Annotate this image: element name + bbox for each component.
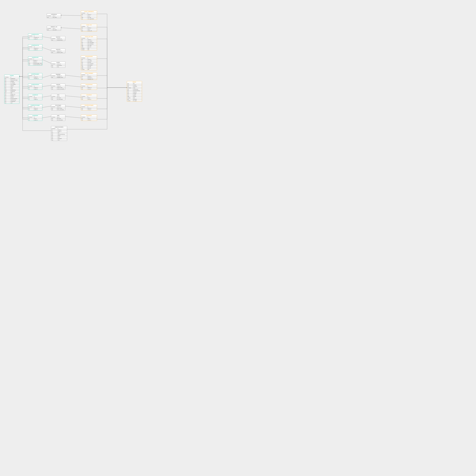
table-row: intprojekt_id	[28, 119, 42, 121]
entity-columns: PK/NN/intidtextconsul_idintcert_iddatece…	[81, 12, 97, 19]
table-row: textskill_id	[81, 118, 97, 119]
entity-title: databank_role	[47, 26, 61, 28]
entity-columns: PK/NN/intidtextconsul_idintwork_stationt…	[81, 37, 97, 50]
table-row: PK/NN/intid	[81, 117, 97, 118]
table-row: dateprojektanfang	[4, 89, 19, 91]
entity-consultechnologies: consultechnologiesPK/NN/intidtexttechno_…	[81, 104, 97, 110]
entity-columns: PK/NN/intidintkunden_idintprojekt_idtext…	[28, 58, 42, 65]
entity-columns: PK/NN/intidintbranchen_idintprojekt_id	[28, 35, 42, 39]
table-row: textwork_description	[81, 42, 97, 43]
entity-title: technologies	[51, 104, 65, 106]
table-row: booleanfull_rights	[127, 100, 142, 102]
table-row: textmobilnummer	[127, 89, 142, 90]
entity-title: kunden	[51, 62, 65, 63]
entity-columns: PK/NN/intidtextskill_idtextconsul_id	[81, 116, 97, 121]
entity-kunden: kundenPK/NN/intkunden_idtextkundennameKe…	[51, 62, 65, 68]
entity-languages: languagesPK/NN/intlanguage_idtextlanguag…	[51, 73, 65, 78]
entity-keywords: keywordsPK/NN/intkeyword_idtextkeyword_n…	[51, 49, 65, 53]
table-row: intprojekt_id	[28, 109, 42, 110]
entity-columns: PK/NN/inttool_idtexttool_nametexttool_de…	[51, 96, 65, 100]
entity-title: consul_certifications	[81, 11, 97, 12]
entity-title: consulmethods	[81, 84, 97, 85]
table-row: intedu_station	[81, 60, 97, 62]
entity-columns: PK/NN/intkeyword_idtextkeyword_name	[51, 50, 65, 53]
table-row: textkunde	[4, 86, 19, 88]
entity-title: skills	[51, 115, 65, 116]
table-row: PK/NN/intid	[28, 75, 42, 76]
table-row: PK/NN/intid	[51, 128, 67, 129]
table-row: textcert_name	[47, 17, 61, 18]
table-row: intskill_id	[28, 118, 42, 119]
entity-projekttools: projekttoolsPK/NN/intidinttool_idintproj…	[28, 94, 42, 100]
table-row: textziele	[4, 92, 19, 94]
table-row: PK/NN/intmethod_id	[51, 85, 65, 87]
table-row: textstatus	[4, 88, 19, 89]
table-row: textcode	[4, 102, 19, 104]
table-row: PK/NN/intskill_id	[51, 117, 65, 118]
table-row: textkurzbeschreibung	[127, 90, 142, 91]
table-row: intcert_id	[81, 15, 97, 17]
entity-consul_languages: consul_languagesPK/NN/intidtextconsul_id…	[81, 72, 97, 80]
table-row: textmethod_id	[81, 87, 97, 88]
table-row: textschlagwörter	[4, 101, 19, 102]
table-row: textconsul_id	[81, 99, 97, 100]
table-row: textlanguage_name	[51, 77, 65, 78]
entity-branchen: branchenPK/NN/intbranchen_idtextbranchen…	[51, 36, 65, 41]
table-row: dateedu_end	[81, 67, 97, 69]
table-row: textedu_diploma	[81, 65, 97, 66]
table-row: textkundenmanager_name	[28, 63, 42, 64]
table-row: booleanaktiv	[81, 48, 97, 49]
table-row: PK/NN/introle_id	[47, 28, 61, 29]
entity-projektskills: projektskillsPK/NN/intidintskill_idintpr…	[28, 115, 42, 121]
entity-projektkeywords: projektkeywordsPK/NN/intidintkeyword_idi…	[28, 44, 42, 51]
table-row: textconsul_id	[81, 59, 97, 60]
table-row: PK/NN/intid	[81, 57, 97, 59]
entity-columns: PK/NN/intidtextconsul_idintedu_stationte…	[81, 57, 97, 70]
entity-columns: PK/NN/intidtextprojektnametextherausford…	[4, 76, 19, 103]
entity-consul_prof_back: consul_prof_backPK/NN/intidtextconsul_id…	[81, 36, 97, 51]
table-row: PK/NN/intcert_id	[47, 15, 61, 17]
entity-title: projektmethoden	[28, 84, 42, 85]
entity-title: methods	[51, 84, 65, 85]
entity-columns: texttiteltextvornametextnachnamePK/NN/in…	[127, 83, 142, 102]
table-row: datebirthday	[127, 96, 142, 97]
entity-columns: PK/NN/intidintconsul_idintprojekt_idtext…	[51, 128, 67, 141]
table-row: PK/NN/intkeyword_id	[51, 50, 65, 52]
table-row: textlv_manager	[4, 82, 19, 84]
entity-berater: BeratertexttiteltextvornametextnachnameP…	[127, 81, 142, 102]
table-row: intprojekt_id	[28, 38, 42, 40]
table-row: textrolle	[51, 132, 67, 134]
table-row: PK/NN/intid	[81, 74, 97, 76]
entity-title: projektkeywords	[28, 45, 42, 46]
table-row: textbranchenname	[51, 39, 65, 41]
table-row: textmethod_description	[51, 88, 65, 90]
entity-columns: PK/NN/introle_idtextrole_name	[47, 28, 61, 31]
table-row: PK/NN/intid	[81, 106, 97, 108]
table-row: textposition	[127, 94, 142, 96]
entity-projektkunden: projektkundenPK/NN/intidintkunden_idintp…	[28, 56, 42, 66]
entity-projectconsultants: projectconsultantsPK/NN/intidintconsul_i…	[51, 126, 67, 141]
entity-columns: PK/NN/intidintprojekt_idintlanguage_id	[28, 75, 42, 79]
table-row: intprojekt_id	[28, 76, 42, 78]
entity-columns: PK/NN/inttechno_idtexttechno_nametexttec…	[51, 106, 65, 110]
table-row: intprojekt_id	[28, 49, 42, 51]
table-row: textconsul_id	[81, 76, 97, 77]
table-row: textconsul_id	[81, 27, 97, 29]
table-row: texttitel	[127, 83, 142, 84]
table-row: intconsul_id	[51, 129, 67, 131]
entity-title: projektbranchen	[28, 34, 42, 35]
table-row: textmanager	[127, 93, 142, 94]
table-row: inttechno_id	[28, 108, 42, 109]
table-row: datework_start	[81, 45, 97, 46]
entity-projektmethoden: projektmethodenPK/NN/intidintmethod_idin…	[28, 84, 42, 90]
table-row: booleanaktiv	[127, 97, 142, 99]
entity-columns: PK/NN/intskill_idtextskill_nametextskill…	[51, 116, 65, 121]
table-row: textconsul_id	[81, 39, 97, 40]
table-row: PK/NN/inttechno_id	[51, 106, 65, 108]
entity-columns: PK/NN/intkunden_idtextkundennameKeyField	[51, 63, 65, 68]
table-row: PK/NN/intid	[81, 13, 97, 14]
table-row: PK/NN/inttool_id	[51, 96, 65, 97]
table-row: textbranche	[4, 97, 19, 98]
table-row: dateprojektende	[4, 91, 19, 92]
entity-title: Berater	[127, 81, 142, 83]
